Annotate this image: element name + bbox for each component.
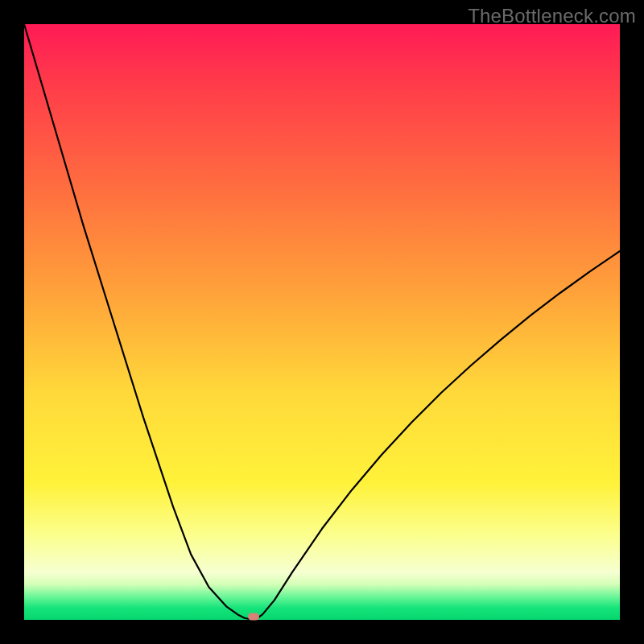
plot-area xyxy=(24,24,620,620)
bottleneck-curve xyxy=(24,24,620,620)
chart-frame: TheBottleneck.com xyxy=(0,0,644,644)
minimum-marker xyxy=(248,613,259,620)
